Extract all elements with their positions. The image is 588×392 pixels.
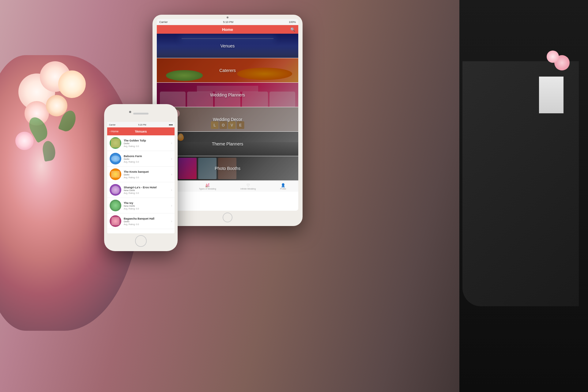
category-caterers[interactable]: Caterers (157, 58, 298, 83)
phone-status-bar: Carrier 5:23 PM ■■■ (107, 122, 175, 127)
tablet-nav-title: Home (222, 27, 233, 32)
venue-info-3: The Knots banquet Delhi Avg. Rating: 0.0 (124, 170, 169, 179)
venue-info-4: Shangri-La's - Eros Hotel New Delhi Avg.… (124, 186, 169, 194)
tablet-camera (227, 17, 228, 18)
phone-screen: Carrier 5:23 PM ■■■ ‹ Home Venues Th (107, 122, 175, 233)
flower-3 (58, 70, 86, 98)
phone-nav-title: Venues (135, 130, 147, 133)
venue-rating-6: Avg. Rating: 0.0 (124, 223, 169, 225)
venue-avatar-3 (110, 168, 121, 180)
venue-rating-5: Avg. Rating: 0.0 (124, 208, 169, 210)
tablet-categories: Venues Caterers (157, 34, 298, 181)
venue-item-1[interactable]: The Golden Tulip Delhi Avg. Rating: 0.0 … (107, 135, 175, 151)
phone-speaker (133, 113, 149, 115)
venue-name-2: Balsons Farm (124, 155, 169, 158)
tablet-carrier: Carrier (159, 21, 168, 24)
tablet-status-bar: Carrier 5:10 PM 100% (157, 19, 298, 25)
category-wedding-planners-label: Wedding Planners (210, 92, 245, 97)
venue-rating-2: Avg. Rating: 0.0 (124, 161, 169, 163)
venue-city-4: New Delhi (124, 189, 169, 192)
venue-chevron-5: › (171, 204, 172, 207)
tablet-bottom-bar: 🏠 Home 💒 Types of Wedding ♡ Infinite Wed… (157, 181, 298, 192)
venue-avatar-2 (110, 153, 121, 164)
venue-name-6: Bagaecha Banquet Hall (124, 217, 169, 220)
venue-name-5: The Ivy (124, 202, 169, 205)
venue-info-1: The Golden Tulip Delhi Avg. Rating: 0.0 (124, 139, 169, 147)
infinite-icon: ♡ (247, 183, 250, 187)
venue-item-6[interactable]: Bagaecha Banquet Hall Delhi Avg. Rating:… (107, 213, 175, 229)
tab-profile[interactable]: 👤 Profile (280, 183, 286, 190)
category-caterers-label: Caterers (219, 68, 236, 73)
tab-infinite[interactable]: ♡ Infinite Wedding (240, 183, 256, 190)
shirt-area (539, 77, 564, 113)
category-venues[interactable]: Venues (157, 34, 298, 58)
venue-avatar-5 (110, 200, 121, 211)
venue-city-5: New Delhi (124, 205, 169, 207)
tab-types-label: Types of Wedding (199, 188, 216, 190)
tab-types[interactable]: 💒 Types of Wedding (199, 183, 216, 190)
venue-avatar-1 (110, 137, 121, 149)
venue-item-5[interactable]: The Ivy New Delhi Avg. Rating: 0.0 › (107, 198, 175, 213)
flower-5 (46, 95, 67, 116)
venue-avatar-6 (110, 215, 121, 227)
venue-rating-4: Avg. Rating: 0.0 (124, 192, 169, 194)
back-chevron-icon: ‹ (110, 130, 111, 133)
tablet-home-button[interactable] (223, 213, 232, 222)
category-wedding-decor[interactable]: L O V E Wedding Decor (157, 107, 298, 132)
venue-chevron-2: › (171, 157, 172, 160)
venue-name-1: The Golden Tulip (124, 139, 169, 142)
venue-list: The Golden Tulip Delhi Avg. Rating: 0.0 … (107, 135, 175, 229)
category-photo-booths[interactable]: LOVE Photo Booths (157, 156, 298, 181)
venue-chevron-1: › (171, 141, 172, 145)
venue-info-2: Balsons Farm Delhi Avg. Rating: 0.0 (124, 155, 169, 163)
tab-infinite-label: Infinite Wedding (240, 188, 256, 190)
phone-camera (129, 111, 131, 113)
boutonniere-2 (547, 51, 559, 63)
venue-avatar-4 (110, 184, 121, 196)
category-theme-planners-label: Theme Planners (212, 141, 243, 146)
venue-rating-1: Avg. Rating: 0.0 (124, 145, 169, 147)
venue-chevron-6: › (171, 220, 172, 223)
venue-chevron-3: › (171, 173, 172, 176)
phone-navbar: ‹ Home Venues (107, 127, 175, 135)
phone-back-label: Home (111, 130, 119, 133)
venue-info-6: Bagaecha Banquet Hall Delhi Avg. Rating:… (124, 217, 169, 225)
types-icon: 💒 (205, 183, 210, 187)
venue-city-2: Delhi (124, 158, 169, 160)
venue-item-4[interactable]: Shangri-La's - Eros Hotel New Delhi Avg.… (107, 182, 175, 198)
venue-item-2[interactable]: Balsons Farm Delhi Avg. Rating: 0.0 › (107, 151, 175, 167)
venue-rating-3: Avg. Rating: 0.0 (124, 176, 169, 179)
tablet-time: 5:10 PM (223, 21, 233, 24)
category-photo-booths-label: Photo Booths (215, 166, 240, 171)
venue-item-3[interactable]: The Knots banquet Delhi Avg. Rating: 0.0… (107, 167, 175, 182)
phone: Carrier 5:23 PM ■■■ ‹ Home Venues Th (104, 104, 178, 251)
venue-name-3: The Knots banquet (124, 170, 169, 173)
phone-battery: ■■■ (169, 124, 173, 126)
category-theme-planners[interactable]: Theme Planners (157, 132, 298, 156)
profile-icon: 👤 (281, 183, 285, 187)
venue-info-5: The Ivy New Delhi Avg. Rating: 0.0 (124, 202, 169, 210)
venue-city-1: Delhi (124, 142, 169, 145)
tab-profile-label: Profile (280, 188, 286, 190)
flower-6 (15, 132, 34, 150)
venue-city-3: Delhi (124, 173, 169, 176)
phone-carrier: Carrier (109, 124, 115, 126)
tablet-navbar: Home 🔍 (157, 25, 298, 34)
tablet-battery: 100% (289, 21, 296, 24)
venue-city-6: Delhi (124, 220, 169, 223)
category-venues-label: Venues (221, 43, 235, 48)
venue-name-4: Shangri-La's - Eros Hotel (124, 186, 169, 189)
venue-chevron-4: › (171, 188, 172, 192)
tablet-search-icon[interactable]: 🔍 (290, 27, 295, 32)
phone-back-button[interactable]: ‹ Home (110, 130, 119, 133)
phone-home-button[interactable] (135, 235, 147, 247)
phone-time: 5:23 PM (138, 124, 146, 126)
tablet-screen: Carrier 5:10 PM 100% Home 🔍 Venues (157, 19, 298, 211)
category-wedding-decor-label: Wedding Decor (213, 117, 242, 122)
category-wedding-planners[interactable]: Wedding Planners (157, 83, 298, 107)
